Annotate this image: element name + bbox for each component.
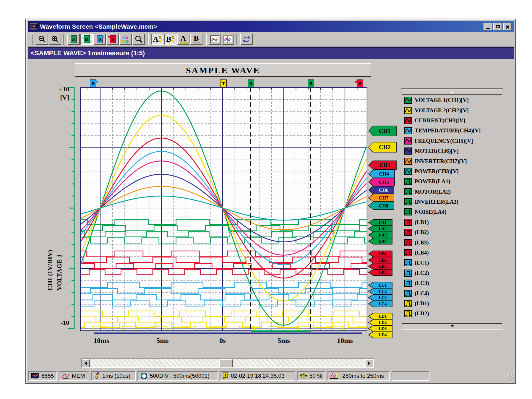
measure-info-text: <SAMPLE WAVE> 1ms/measure (1:5) <box>31 49 145 57</box>
marker-arrow-icon <box>96 80 99 83</box>
status-sample: 1ms (10us) <box>91 371 136 381</box>
resize-grip[interactable] <box>507 375 514 382</box>
scrollbar-left-button[interactable] <box>82 359 90 367</box>
channel-tag-ch8[interactable]: CH8 <box>369 202 394 210</box>
legend-item-4[interactable]: TEMPERATURE(CH4)[V] <box>404 126 502 136</box>
logic-trace-la2 <box>80 226 367 231</box>
square-wave-icon <box>404 188 412 195</box>
legend-item-17[interactable]: (LC1) <box>404 258 502 268</box>
legend-item-6[interactable]: MOTER(CH6)[V] <box>404 146 502 156</box>
legend-item-label: POWER(CH8)[V] <box>415 168 459 175</box>
legend-item-21[interactable]: (LD1) <box>404 299 502 309</box>
channel-tag-ch1[interactable]: CH1 <box>369 126 396 136</box>
svg-text:CH4: CH4 <box>379 171 389 177</box>
channel-tag-ch3[interactable]: CH3 <box>369 161 396 170</box>
channel-tag-lc4[interactable]: LC4 <box>369 301 392 307</box>
jump-b-button[interactable]: B <box>80 34 93 45</box>
channel-tag-la2[interactable]: LA2 <box>369 226 392 232</box>
logic-trace-lc3 <box>80 295 367 300</box>
status-text: 1ms (10us) <box>102 373 130 379</box>
channel-tag-lc2[interactable]: LC2 <box>369 288 392 295</box>
scrollbar-right-button[interactable] <box>365 359 373 367</box>
channel-tag-ch2[interactable]: CH2 <box>369 142 396 152</box>
zoom-out-button[interactable] <box>36 34 48 45</box>
scrollbar-thumb[interactable] <box>219 359 233 367</box>
channel-tag-ld2[interactable]: LD2 <box>369 319 392 326</box>
channel-tag-ch5[interactable]: CH5 <box>369 178 395 186</box>
cursor-a-trace-button[interactable]: A <box>177 34 189 45</box>
channel-tag-ch7[interactable]: CH7 <box>369 194 394 202</box>
svg-text:LA4: LA4 <box>379 239 387 244</box>
channel-tag-ch4[interactable]: CH4 <box>369 170 395 178</box>
legend-scroll-down[interactable] <box>402 323 502 328</box>
channel-tag-la4[interactable]: LA4 <box>369 238 392 244</box>
channel-tag-lc1[interactable]: LC1 <box>369 282 392 288</box>
legend-item-22[interactable]: (LD2) <box>404 309 502 319</box>
horizontal-scrollbar[interactable] <box>81 359 374 368</box>
marker-s-flag[interactable]: S <box>90 80 96 87</box>
channel-tag-lb3[interactable]: LB3 <box>369 263 392 270</box>
sine-wave-icon <box>404 117 412 124</box>
arrow-left-icon <box>108 35 110 38</box>
legend-item-2[interactable]: VOLTAGE 2(CH2)[V] <box>404 105 502 115</box>
legend-item-label: (LC3) <box>415 280 429 286</box>
refresh-button[interactable] <box>240 34 253 45</box>
window-title: Waveform Screen <SampleWave.mem> <box>40 23 484 30</box>
legend-item-19[interactable]: (LC3) <box>404 278 502 288</box>
cursor-a-button[interactable]: A <box>151 34 163 45</box>
jump-abcd-button[interactable]: ABCD <box>119 34 132 45</box>
channel-tag-ld1[interactable]: LD1 <box>369 313 392 319</box>
waveform-cursor-button[interactable] <box>222 34 234 45</box>
channel-tag-ld4[interactable]: LD4 <box>369 332 392 338</box>
title-bar[interactable]: Waveform Screen <SampleWave.mem> <box>28 21 514 32</box>
channel-tag-lc3[interactable]: LC3 <box>369 295 392 301</box>
cursor-b-trace-button[interactable]: B <box>190 34 202 45</box>
legend-item-14[interactable]: (LB2) <box>404 227 502 237</box>
minimize-button[interactable] <box>484 23 492 30</box>
legend-item-9[interactable]: POWER(LA1) <box>404 176 502 186</box>
jump-a-button[interactable]: A <box>67 34 80 45</box>
marker-t-flag[interactable]: T <box>220 80 227 87</box>
legend-item-7[interactable]: INVERTER(CH7)[V] <box>404 156 502 166</box>
channel-tag-ch6[interactable]: CH6 <box>369 186 394 194</box>
marker-a-flag[interactable]: A <box>248 80 254 87</box>
legend-item-8[interactable]: POWER(CH8)[V] <box>404 166 502 176</box>
jump-start-trigger-button[interactable]: S <box>93 34 106 45</box>
legend-item-label: INVERTER(LA3) <box>415 199 458 205</box>
search-button[interactable] <box>132 34 145 45</box>
svg-text:LD2: LD2 <box>379 320 387 325</box>
legend-item-18[interactable]: (LC2) <box>404 268 502 278</box>
legend-item-11[interactable]: INVERTER(LA3) <box>404 197 502 207</box>
square-wave-icon <box>404 259 412 266</box>
legend-item-label: VOLTAGE 2(CH2)[V] <box>415 107 469 114</box>
legend-item-20[interactable]: (LC4) <box>404 288 502 298</box>
jump-end-trigger-button[interactable]: S <box>106 34 119 45</box>
legend-item-16[interactable]: (LB4) <box>404 248 502 258</box>
legend-item-13[interactable]: (LB1) <box>404 217 502 227</box>
waveform-plot[interactable] <box>80 87 367 331</box>
legend-item-15[interactable]: (LB3) <box>404 237 502 247</box>
legend-item-10[interactable]: MOTOR(LA2) <box>404 187 502 197</box>
channel-tag-ld3[interactable]: LD3 <box>369 326 392 332</box>
toolbar-grip[interactable] <box>31 33 33 45</box>
close-button[interactable] <box>503 23 512 30</box>
zoom-in-button[interactable] <box>49 34 61 45</box>
marker-s-flag[interactable]: S <box>357 80 363 87</box>
channel-tag-lb1[interactable]: LB1 <box>369 251 392 257</box>
legend-item-1[interactable]: VOLTAGE 1(CH1)[V] <box>404 95 502 105</box>
square-wave-icon <box>404 178 412 185</box>
channel-tag-lb4[interactable]: LB4 <box>369 270 392 276</box>
channel-tag-la3[interactable]: LA3 <box>369 232 392 238</box>
marker-b-flag[interactable]: B <box>308 80 314 87</box>
channel-tag-lb2[interactable]: LB2 <box>369 257 392 263</box>
maximize-button[interactable] <box>493 23 502 30</box>
cursor-b-button[interactable]: B <box>164 34 176 45</box>
waveform-settings-button[interactable]: * <box>209 34 221 45</box>
legend-item-5[interactable]: FREQUENCY(CH5)[V] <box>404 136 502 146</box>
channel-tag-la1[interactable]: LA1 <box>369 220 392 226</box>
sine-wave-icon <box>404 158 412 165</box>
legend-item-3[interactable]: CURRENT(CH3)[V] <box>404 116 502 126</box>
legend-scroll-up[interactable] <box>402 90 502 95</box>
arrow-right-icon <box>102 35 105 38</box>
legend-item-12[interactable]: NOISE(LA4) <box>404 207 502 217</box>
